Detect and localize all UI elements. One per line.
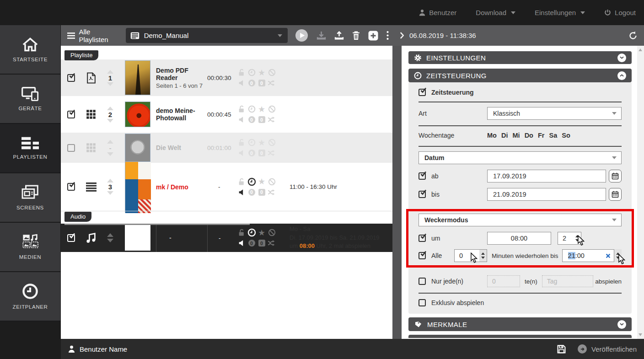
wochentage-days[interactable]: Mo Di Mi Do Fr Sa So	[487, 132, 570, 139]
row-thumbnail[interactable]	[125, 134, 150, 162]
ban-icon[interactable]	[268, 229, 276, 236]
nur-jeden-unit-input[interactable]: Tag	[542, 275, 593, 287]
star-icon[interactable]: ★	[258, 139, 265, 147]
calendar-icon[interactable]	[609, 188, 622, 201]
move-down-icon[interactable]	[107, 119, 113, 123]
shuffle-icon[interactable]	[268, 239, 276, 247]
nur-jeden-checkbox[interactable]	[419, 278, 426, 285]
lock-icon[interactable]	[238, 139, 246, 146]
sidebar-item-startseite[interactable]: STARTSEITE	[0, 25, 61, 75]
more-options-button[interactable]	[386, 31, 389, 40]
ban-icon[interactable]	[268, 178, 276, 186]
clock-icon-active[interactable]	[247, 177, 256, 186]
speaker-icon-active[interactable]	[238, 239, 246, 247]
ab-date-input[interactable]: 17.09.2019	[487, 170, 606, 182]
art-select[interactable]: Klassisch	[487, 107, 622, 120]
move-up-icon[interactable]	[107, 233, 113, 237]
row-checkbox[interactable]	[67, 144, 75, 152]
ban-icon[interactable]	[268, 139, 276, 146]
move-down-icon[interactable]	[107, 152, 113, 156]
shuffle-icon[interactable]	[268, 116, 276, 123]
weckermodus-select[interactable]: Weckermodus	[419, 214, 622, 226]
resize-handle[interactable]	[64, 224, 250, 225]
zeitsteuerung-checkbox[interactable]	[419, 89, 426, 96]
until-time-input[interactable]: 21:00	[562, 249, 614, 262]
playlist-row-2[interactable]: 2 demo Meine-Photowall 00:00:45 ★ 0 0	[61, 96, 392, 133]
move-up-icon[interactable]	[107, 107, 113, 110]
playlist-row-3[interactable]: - Die Welt 00:01:00 ★ 0 0	[61, 133, 392, 163]
bis-date-input[interactable]: 21.09.2019	[487, 188, 606, 201]
speaker-icon[interactable]	[238, 116, 246, 123]
scroll-up-arrow[interactable]	[639, 48, 642, 51]
refresh-icon[interactable]	[628, 31, 638, 40]
row-thumbnail[interactable]	[125, 161, 150, 213]
section-einstellungen[interactable]: EINSTELLUNGEN	[408, 51, 632, 64]
repeat-count-badge[interactable]: 0	[248, 150, 255, 156]
repeat-count-badge[interactable]: 0	[248, 116, 255, 123]
loop-count-badge[interactable]: 0	[258, 240, 265, 246]
sidebar-item-medien[interactable]: MEDIEN	[0, 223, 61, 272]
add-button[interactable]	[368, 31, 378, 41]
clock-icon[interactable]	[248, 105, 256, 113]
menu-logout[interactable]: Logout	[604, 9, 636, 16]
shuffle-icon[interactable]	[268, 79, 276, 87]
arrow-up-icon[interactable]	[481, 252, 485, 255]
alle-checkbox[interactable]	[419, 252, 426, 259]
playlist-select[interactable]: Demo_Manual	[126, 28, 288, 43]
loop-count-badge[interactable]: 0	[258, 80, 265, 86]
clock-icon-active[interactable]	[247, 228, 256, 237]
audio-row[interactable]: - - ★ 0 0 Mo - Sa Di. 17.09.2019 bis Sa.…	[61, 224, 392, 252]
row-checkbox[interactable]	[67, 234, 75, 242]
playlist-row-1[interactable]: 1 Demo PDF ReaderSeiten 1 - 6 von 7 00:0…	[61, 59, 392, 96]
arrow-down-icon[interactable]	[481, 257, 485, 259]
move-up-icon[interactable]	[107, 179, 113, 182]
star-icon[interactable]: ★	[258, 69, 265, 77]
download-button[interactable]	[317, 31, 326, 40]
row-checkbox[interactable]	[67, 183, 75, 191]
calendar-icon[interactable]	[609, 170, 622, 182]
section-zeitsteuerung[interactable]: ZEITSTEUERUNG	[408, 69, 632, 82]
star-icon[interactable]: ★	[258, 229, 265, 237]
upload-button[interactable]	[334, 31, 344, 40]
star-icon[interactable]: ★	[258, 105, 265, 113]
lock-icon[interactable]	[238, 69, 246, 76]
chevron-down-icon[interactable]	[617, 320, 626, 329]
um-time-input[interactable]: 08:00	[487, 232, 551, 245]
repeat-count-badge[interactable]: 0	[248, 240, 255, 246]
speaker-icon-active[interactable]	[238, 188, 246, 196]
sidebar-item-screens[interactable]: SCREENS	[0, 173, 61, 223]
tab-playliste[interactable]: Playliste	[64, 50, 98, 60]
star-icon[interactable]: ★	[258, 177, 265, 186]
lock-icon[interactable]	[238, 178, 246, 186]
chevron-right-icon[interactable]	[400, 32, 404, 39]
shuffle-icon[interactable]	[268, 149, 276, 157]
loop-count-badge[interactable]: 0	[258, 116, 265, 123]
sidebar-item-playlisten[interactable]: PLAYLISTEN	[0, 124, 61, 173]
chevron-up-icon[interactable]	[617, 71, 626, 80]
row-thumbnail[interactable]	[125, 60, 150, 95]
ban-icon[interactable]	[268, 105, 276, 113]
row-checkbox[interactable]	[67, 111, 75, 118]
clear-icon[interactable]	[606, 253, 611, 258]
scroll-down-arrow[interactable]	[639, 333, 642, 336]
sidebar-item-geraete[interactable]: GERÄTE	[0, 75, 61, 124]
move-down-icon[interactable]	[107, 239, 113, 242]
repeat-count-badge[interactable]: 0	[248, 80, 255, 86]
move-up-icon[interactable]	[107, 70, 113, 74]
bis-checkbox[interactable]	[419, 191, 426, 198]
move-down-icon[interactable]	[107, 82, 113, 86]
lock-icon[interactable]	[238, 105, 246, 113]
tab-audio[interactable]: Audio	[64, 212, 91, 222]
datum-select[interactable]: Datum	[419, 151, 622, 164]
playlist-row-4[interactable]: 3 mk / Demo - ★ 0 0 11:00 - 16:30 Uhr	[61, 163, 392, 211]
speaker-icon[interactable]	[238, 149, 246, 157]
um-checkbox[interactable]	[419, 235, 426, 242]
panel-scrollbar[interactable]	[637, 46, 644, 339]
clock-icon[interactable]	[248, 139, 256, 146]
clock-icon[interactable]	[248, 69, 256, 76]
shuffle-icon[interactable]	[268, 188, 276, 196]
menu-user[interactable]: Benutzer	[419, 9, 456, 16]
sidebar-item-zeitplaner[interactable]: ZEITPLANER	[0, 272, 61, 321]
menu-einstellungen[interactable]: Einstellungen	[535, 9, 585, 16]
loop-count-badge[interactable]: 0	[258, 150, 265, 156]
